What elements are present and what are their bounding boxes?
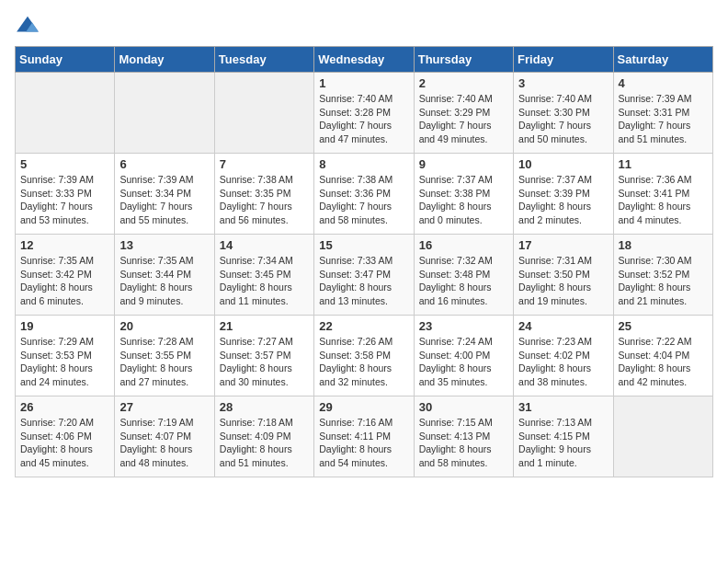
weekday-header: Monday [115,47,214,73]
day-number: 11 [619,157,708,171]
day-number: 7 [220,157,309,171]
day-info: Sunrise: 7:23 AM Sunset: 4:02 PM Dayligh… [518,335,608,389]
calendar-cell: 8Sunrise: 7:38 AM Sunset: 3:36 PM Daylig… [314,154,414,235]
day-number: 25 [619,319,708,333]
calendar-cell: 28Sunrise: 7:18 AM Sunset: 4:09 PM Dayli… [214,396,313,477]
day-number: 9 [419,157,508,171]
day-info: Sunrise: 7:40 AM Sunset: 3:29 PM Dayligh… [419,92,508,146]
day-info: Sunrise: 7:19 AM Sunset: 4:07 PM Dayligh… [119,416,209,470]
calendar-cell: 15Sunrise: 7:33 AM Sunset: 3:47 PM Dayli… [314,235,414,316]
calendar-week-row: 26Sunrise: 7:20 AM Sunset: 4:06 PM Dayli… [16,396,713,477]
day-info: Sunrise: 7:34 AM Sunset: 3:45 PM Dayligh… [220,254,309,308]
weekday-header: Sunday [16,47,115,73]
day-number: 19 [20,319,109,333]
calendar-cell: 26Sunrise: 7:20 AM Sunset: 4:06 PM Dayli… [16,396,115,477]
day-info: Sunrise: 7:36 AM Sunset: 3:41 PM Dayligh… [619,173,708,227]
day-number: 4 [619,76,708,90]
day-number: 10 [518,157,608,171]
day-info: Sunrise: 7:20 AM Sunset: 4:06 PM Dayligh… [20,416,109,470]
calendar-cell: 10Sunrise: 7:37 AM Sunset: 3:39 PM Dayli… [514,154,613,235]
calendar-cell: 1Sunrise: 7:40 AM Sunset: 3:28 PM Daylig… [314,73,414,154]
weekday-header: Saturday [613,47,712,73]
calendar-cell [214,73,313,154]
calendar-cell: 27Sunrise: 7:19 AM Sunset: 4:07 PM Dayli… [115,396,214,477]
day-info: Sunrise: 7:15 AM Sunset: 4:13 PM Dayligh… [419,416,508,470]
calendar-cell: 24Sunrise: 7:23 AM Sunset: 4:02 PM Dayli… [514,316,613,396]
day-info: Sunrise: 7:39 AM Sunset: 3:34 PM Dayligh… [119,173,209,227]
day-info: Sunrise: 7:28 AM Sunset: 3:55 PM Dayligh… [119,335,209,389]
day-number: 24 [518,319,608,333]
calendar-week-row: 19Sunrise: 7:29 AM Sunset: 3:53 PM Dayli… [16,316,713,396]
day-info: Sunrise: 7:35 AM Sunset: 3:42 PM Dayligh… [20,254,109,308]
day-number: 21 [220,319,309,333]
day-number: 12 [20,238,109,252]
day-info: Sunrise: 7:35 AM Sunset: 3:44 PM Dayligh… [119,254,209,308]
day-number: 5 [20,157,109,171]
calendar-cell: 2Sunrise: 7:40 AM Sunset: 3:29 PM Daylig… [414,73,513,154]
day-number: 18 [619,238,708,252]
calendar-cell: 6Sunrise: 7:39 AM Sunset: 3:34 PM Daylig… [115,154,214,235]
day-number: 2 [419,76,508,90]
logo [15,15,44,35]
calendar-cell: 30Sunrise: 7:15 AM Sunset: 4:13 PM Dayli… [414,396,513,477]
day-number: 8 [319,157,408,171]
weekday-header: Friday [514,47,613,73]
day-number: 17 [518,238,608,252]
calendar-week-row: 12Sunrise: 7:35 AM Sunset: 3:42 PM Dayli… [16,235,713,316]
calendar-cell: 3Sunrise: 7:40 AM Sunset: 3:30 PM Daylig… [514,73,613,154]
day-number: 20 [119,319,209,333]
calendar-cell: 17Sunrise: 7:31 AM Sunset: 3:50 PM Dayli… [514,235,613,316]
day-info: Sunrise: 7:33 AM Sunset: 3:47 PM Dayligh… [319,254,408,308]
day-info: Sunrise: 7:18 AM Sunset: 4:09 PM Dayligh… [220,416,309,470]
day-info: Sunrise: 7:38 AM Sunset: 3:35 PM Dayligh… [220,173,309,227]
day-number: 15 [319,238,408,252]
weekday-header: Thursday [414,47,513,73]
day-info: Sunrise: 7:30 AM Sunset: 3:52 PM Dayligh… [619,254,708,308]
day-number: 27 [119,400,209,414]
day-number: 3 [518,76,608,90]
day-number: 29 [319,400,408,414]
calendar-cell: 4Sunrise: 7:39 AM Sunset: 3:31 PM Daylig… [613,73,712,154]
page-header [15,15,713,35]
calendar-cell: 18Sunrise: 7:30 AM Sunset: 3:52 PM Dayli… [613,235,712,316]
calendar-cell: 31Sunrise: 7:13 AM Sunset: 4:15 PM Dayli… [514,396,613,477]
day-info: Sunrise: 7:37 AM Sunset: 3:39 PM Dayligh… [518,173,608,227]
day-info: Sunrise: 7:40 AM Sunset: 3:30 PM Dayligh… [518,92,608,146]
day-info: Sunrise: 7:22 AM Sunset: 4:04 PM Dayligh… [619,335,708,389]
day-number: 23 [419,319,508,333]
day-info: Sunrise: 7:27 AM Sunset: 3:57 PM Dayligh… [220,335,309,389]
day-number: 26 [20,400,109,414]
calendar-cell: 16Sunrise: 7:32 AM Sunset: 3:48 PM Dayli… [414,235,513,316]
day-number: 30 [419,400,508,414]
calendar-cell: 11Sunrise: 7:36 AM Sunset: 3:41 PM Dayli… [613,154,712,235]
calendar-cell: 29Sunrise: 7:16 AM Sunset: 4:11 PM Dayli… [314,396,414,477]
day-number: 6 [119,157,209,171]
day-info: Sunrise: 7:24 AM Sunset: 4:00 PM Dayligh… [419,335,508,389]
day-number: 13 [119,238,209,252]
calendar-cell: 25Sunrise: 7:22 AM Sunset: 4:04 PM Dayli… [613,316,712,396]
weekday-header-row: SundayMondayTuesdayWednesdayThursdayFrid… [16,47,713,73]
weekday-header: Wednesday [314,47,414,73]
calendar-week-row: 1Sunrise: 7:40 AM Sunset: 3:28 PM Daylig… [16,73,713,154]
calendar-week-row: 5Sunrise: 7:39 AM Sunset: 3:33 PM Daylig… [16,154,713,235]
calendar-cell: 9Sunrise: 7:37 AM Sunset: 3:38 PM Daylig… [414,154,513,235]
calendar-cell: 14Sunrise: 7:34 AM Sunset: 3:45 PM Dayli… [214,235,313,316]
day-info: Sunrise: 7:26 AM Sunset: 3:58 PM Dayligh… [319,335,408,389]
calendar-cell: 22Sunrise: 7:26 AM Sunset: 3:58 PM Dayli… [314,316,414,396]
calendar-cell: 5Sunrise: 7:39 AM Sunset: 3:33 PM Daylig… [16,154,115,235]
day-info: Sunrise: 7:29 AM Sunset: 3:53 PM Dayligh… [20,335,109,389]
calendar-cell: 20Sunrise: 7:28 AM Sunset: 3:55 PM Dayli… [115,316,214,396]
day-number: 14 [220,238,309,252]
calendar-cell [613,396,712,477]
day-number: 1 [319,76,408,90]
day-number: 16 [419,238,508,252]
calendar-table: SundayMondayTuesdayWednesdayThursdayFrid… [15,46,713,477]
weekday-header: Tuesday [214,47,313,73]
day-info: Sunrise: 7:32 AM Sunset: 3:48 PM Dayligh… [419,254,508,308]
day-number: 22 [319,319,408,333]
day-info: Sunrise: 7:31 AM Sunset: 3:50 PM Dayligh… [518,254,608,308]
day-info: Sunrise: 7:38 AM Sunset: 3:36 PM Dayligh… [319,173,408,227]
calendar-cell: 7Sunrise: 7:38 AM Sunset: 3:35 PM Daylig… [214,154,313,235]
calendar-cell: 23Sunrise: 7:24 AM Sunset: 4:00 PM Dayli… [414,316,513,396]
calendar-cell: 12Sunrise: 7:35 AM Sunset: 3:42 PM Dayli… [16,235,115,316]
